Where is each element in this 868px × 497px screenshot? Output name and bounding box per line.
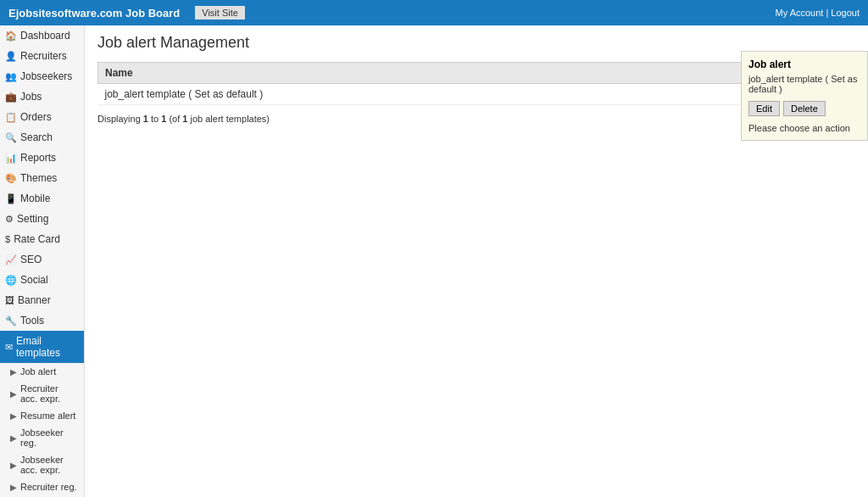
body-layout: 🏠 Dashboard 👤 Recruiters 👥 Jobseekers 💼 …	[0, 25, 868, 497]
dashboard-icon: 🏠	[5, 31, 17, 42]
arrow-icon: ▶	[10, 433, 17, 443]
banner-icon: 🖼	[5, 295, 14, 305]
arrow-icon: ▶	[10, 367, 17, 377]
sidebar-label: Banner	[18, 294, 51, 306]
email-templates-icon: ✉	[5, 342, 13, 353]
sidebar-item-email-templates[interactable]: ✉ Email templates	[0, 331, 84, 363]
reports-icon: 📊	[5, 153, 17, 164]
submenu-jobseeker-reg[interactable]: ▶ Jobseeker reg.	[0, 424, 84, 451]
sidebar-label: Dashboard	[20, 30, 70, 42]
panel-title: Job alert	[748, 59, 860, 70]
email-templates-submenu: ▶ Job alert ▶ Recruiter acc. expr. ▶ Res…	[0, 363, 84, 497]
jobseekers-icon: 👥	[5, 71, 17, 82]
account-links[interactable]: My Account | Logout	[776, 8, 860, 18]
sidebar-label: Setting	[17, 213, 48, 225]
arrow-icon: ▶	[10, 461, 17, 470]
orders-icon: 📋	[5, 112, 17, 123]
setting-icon: ⚙	[5, 214, 14, 225]
name-column-header: Name	[98, 63, 804, 84]
sidebar-item-dashboard[interactable]: 🏠 Dashboard	[0, 25, 84, 46]
sidebar-item-orders[interactable]: 📋 Orders	[0, 107, 84, 127]
sidebar-label: Jobs	[20, 91, 42, 103]
panel-buttons: Edit Delete	[748, 101, 860, 116]
sidebar-item-setting[interactable]: ⚙ Setting	[0, 209, 84, 229]
rate-card-icon: $	[5, 234, 10, 244]
sidebar-label: Email templates	[16, 335, 79, 359]
sidebar-item-seo[interactable]: 📈 SEO	[0, 249, 84, 270]
pagination-info: Displaying 1 to 1 (of 1 job alert templa…	[97, 114, 270, 124]
sidebar-item-banner[interactable]: 🖼 Banner	[0, 290, 84, 310]
visit-site-button[interactable]: Visit Site	[195, 6, 245, 20]
sidebar-item-rate-card[interactable]: $ Rate Card	[0, 229, 84, 249]
arrow-icon: ▶	[10, 389, 17, 399]
page-title: Job alert Management	[97, 34, 855, 52]
top-header: Ejobsitesoftware.com Job Board Visit Sit…	[0, 0, 868, 25]
sidebar: 🏠 Dashboard 👤 Recruiters 👥 Jobseekers 💼 …	[0, 25, 85, 497]
submenu-jobseeker-acc-expr[interactable]: ▶ Jobseeker acc. expr.	[0, 451, 84, 478]
tools-icon: 🔧	[5, 316, 17, 327]
sidebar-item-tools[interactable]: 🔧 Tools	[0, 310, 84, 331]
sidebar-label: Reports	[20, 152, 56, 164]
mobile-icon: 📱	[5, 193, 17, 204]
sidebar-label: Themes	[20, 172, 57, 184]
submenu-recruiter-acc-expr[interactable]: ▶ Recruiter acc. expr.	[0, 380, 84, 407]
template-name: job_alert template ( Set as default )	[98, 84, 804, 105]
sidebar-item-themes[interactable]: 🎨 Themes	[0, 168, 84, 188]
edit-button[interactable]: Edit	[748, 101, 780, 116]
job-alert-panel: Job alert job_alert template ( Set as de…	[741, 51, 868, 141]
arrow-icon: ▶	[10, 483, 17, 492]
sidebar-label: Social	[20, 274, 48, 286]
jobs-icon: 💼	[5, 92, 17, 103]
panel-template-text: job_alert template ( Set as default )	[748, 74, 860, 94]
submenu-recruiter-reg[interactable]: ▶ Recruiter reg.	[0, 478, 84, 495]
submenu-resume-alert[interactable]: ▶ Resume alert	[0, 407, 84, 424]
sidebar-item-search[interactable]: 🔍 Search	[0, 127, 84, 148]
sidebar-label: Recruiters	[20, 50, 67, 62]
search-icon: 🔍	[5, 132, 17, 143]
sidebar-label: Tools	[20, 315, 44, 327]
sidebar-item-jobseekers[interactable]: 👥 Jobseekers	[0, 66, 84, 87]
submenu-job-alert[interactable]: ▶ Job alert	[0, 363, 84, 380]
sidebar-label: Rate Card	[14, 233, 60, 245]
delete-button[interactable]: Delete	[783, 101, 826, 116]
social-icon: 🌐	[5, 275, 17, 286]
sidebar-label: SEO	[20, 254, 42, 265]
recruiters-icon: 👤	[5, 51, 17, 62]
sidebar-item-social[interactable]: 🌐 Social	[0, 270, 84, 290]
sidebar-item-reports[interactable]: 📊 Reports	[0, 148, 84, 168]
sidebar-item-mobile[interactable]: 📱 Mobile	[0, 188, 84, 209]
seo-icon: 📈	[5, 254, 17, 265]
sidebar-label: Orders	[20, 111, 52, 123]
sidebar-label: Search	[20, 131, 53, 143]
themes-icon: 🎨	[5, 173, 17, 184]
main-content: Job alert Management Name Action job_ale…	[85, 25, 868, 497]
sidebar-label: Mobile	[20, 193, 50, 204]
sidebar-label: Jobseekers	[20, 70, 72, 82]
brand-title: Ejobsitesoftware.com Job Board	[8, 7, 180, 20]
arrow-icon: ▶	[10, 411, 17, 421]
sidebar-item-recruiters[interactable]: 👤 Recruiters	[0, 46, 84, 66]
choose-action-text: Please choose an action	[748, 123, 860, 133]
sidebar-item-jobs[interactable]: 💼 Jobs	[0, 87, 84, 107]
